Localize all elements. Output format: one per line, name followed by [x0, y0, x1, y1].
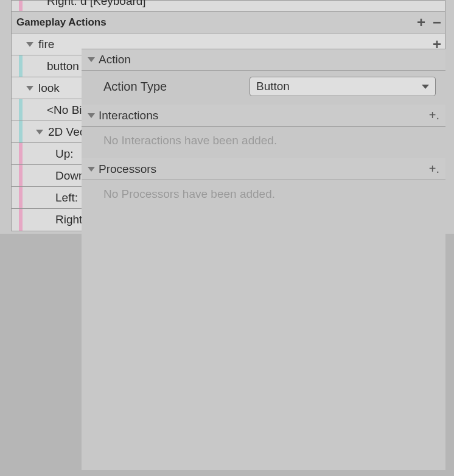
chevron-down-icon — [88, 57, 95, 62]
section-processors[interactable]: Processors +. — [82, 158, 445, 180]
interactions-empty-text: No Interactions have been added. — [82, 127, 445, 158]
minus-icon[interactable]: − — [433, 15, 441, 30]
section-action[interactable]: Action — [82, 49, 445, 71]
part-label: Right: — [53, 213, 86, 226]
part-label: Left: — [53, 191, 78, 205]
chevron-down-icon[interactable] — [36, 130, 43, 135]
tree-row-binding[interactable]: Right: d [Keyboard] — [12, 1, 445, 12]
add-icon[interactable]: +. — [429, 108, 439, 122]
section-title: Action — [99, 53, 131, 66]
chevron-down-icon — [88, 113, 95, 118]
add-icon[interactable]: +. — [429, 162, 439, 176]
part-label: Up: — [53, 147, 74, 161]
property-label: Action Type — [103, 80, 250, 94]
action-type-dropdown[interactable]: Button — [250, 77, 436, 96]
section-interactions[interactable]: Interactions +. — [82, 105, 445, 127]
section-title: Processors — [99, 163, 156, 176]
dropdown-value: Button — [256, 80, 290, 93]
chevron-down-icon — [88, 167, 95, 172]
processors-empty-text: No Processors have been added. — [82, 180, 445, 212]
binding-label: Right: d [Keyboard] — [44, 0, 146, 8]
chevron-down-icon[interactable] — [26, 42, 33, 47]
inspector-panel: Action Action Type Button Interactions +… — [82, 49, 445, 470]
property-action-type: Action Type Button — [82, 71, 445, 105]
chevron-down-icon — [422, 85, 429, 89]
section-title: Interactions — [99, 109, 158, 122]
plus-icon[interactable]: + — [417, 15, 425, 30]
action-label: look — [36, 82, 60, 95]
action-label: fire — [36, 38, 54, 51]
chevron-down-icon[interactable] — [26, 86, 33, 91]
action-map-header[interactable]: Gameplay Actions + − — [12, 12, 445, 33]
binding-label: button — [44, 60, 79, 73]
action-map-title: Gameplay Actions — [12, 16, 107, 29]
